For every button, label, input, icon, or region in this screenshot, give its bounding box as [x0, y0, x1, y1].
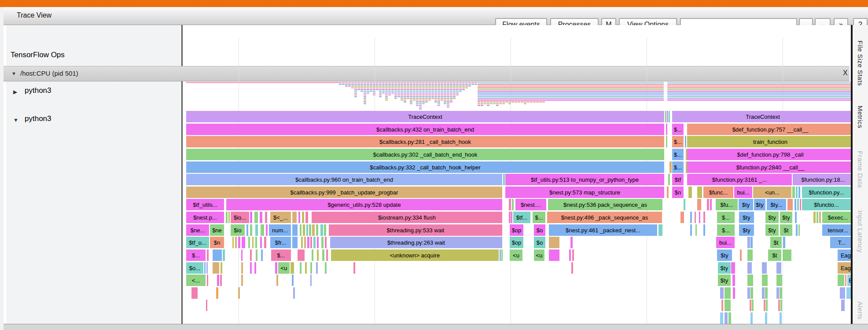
flame-sliver[interactable]: [750, 300, 751, 311]
flame-sliver[interactable]: [795, 212, 797, 223]
flame-sliver[interactable]: [725, 312, 728, 324]
flame-segment[interactable]: <...: [186, 275, 206, 286]
flame-sliver[interactable]: [220, 275, 222, 286]
flame-segment[interactable]: $ty: [765, 224, 779, 236]
flame-sliver[interactable]: [778, 300, 780, 311]
flame-segment[interactable]: $io: [231, 224, 245, 236]
flame-segment[interactable]: $function.py...: [802, 187, 851, 198]
flame-sliver[interactable]: [688, 187, 692, 198]
flame-sliver[interactable]: [819, 212, 821, 223]
flame-sliver[interactable]: [796, 187, 798, 198]
flame-sliver[interactable]: [776, 262, 781, 274]
flame-segment[interactable]: $t: [770, 237, 782, 248]
flame-segment[interactable]: $tf_utils.py:513 to_numpy_or_python_type: [505, 174, 664, 185]
flame-sliver[interactable]: [250, 212, 252, 223]
flame-sliver[interactable]: [731, 262, 735, 274]
flame-segment[interactable]: $o...: [186, 262, 203, 274]
flame-sliver[interactable]: [304, 237, 306, 248]
flame-sliver[interactable]: [776, 275, 782, 286]
flame-sliver[interactable]: [241, 262, 243, 274]
flame-sliver[interactable]: [238, 287, 240, 299]
flame-segment[interactable]: $ty: [739, 199, 753, 210]
flame-segment[interactable]: $op: [510, 224, 523, 236]
flame-segment[interactable]: <u: [510, 249, 522, 261]
flame-segment[interactable]: TraceContext: [186, 111, 664, 122]
flame-sliver[interactable]: [796, 224, 798, 236]
host-cpu-group-header[interactable]: ▼ /host:CPU (pid 501) X: [4, 66, 850, 81]
flame-segment[interactable]: $op: [510, 237, 523, 248]
flame-sliver[interactable]: [762, 262, 767, 274]
flame-segment[interactable]: $<_...: [270, 212, 291, 223]
sidebar-tab-alerts[interactable]: Alerts: [857, 301, 864, 319]
flame-segment[interactable]: $callbacks.py:999 _batch_update_progbar: [186, 187, 502, 198]
flame-segment[interactable]: <u: [534, 249, 544, 261]
flame-segment[interactable]: $io...: [231, 212, 249, 223]
flame-sliver[interactable]: [256, 249, 257, 261]
flame-sliver[interactable]: [720, 287, 724, 299]
flame-sliver[interactable]: [695, 212, 696, 223]
flame-sliver[interactable]: [250, 249, 252, 261]
flame-segment[interactable]: $function.py:18...: [793, 174, 851, 185]
flame-sliver[interactable]: [264, 237, 266, 248]
flame-sliver[interactable]: [241, 249, 243, 261]
flame-sliver[interactable]: [750, 237, 753, 248]
flame-sliver[interactable]: [298, 249, 305, 261]
flame-sliver[interactable]: [310, 275, 312, 286]
flame-segment[interactable]: $o: [534, 224, 545, 236]
flame-sliver[interactable]: [254, 262, 256, 274]
flame-sliver[interactable]: [301, 237, 303, 248]
flame-segment[interactable]: T...: [830, 237, 851, 248]
flame-segment[interactable]: $...: [672, 124, 684, 135]
flame-sliver[interactable]: [549, 249, 559, 261]
flame-sliver[interactable]: [252, 237, 254, 248]
flame-sliver[interactable]: [783, 237, 785, 248]
flame-sliver[interactable]: [221, 262, 222, 274]
flame-segment[interactable]: $function.py:3161 _...: [687, 174, 792, 185]
flame-segment[interactable]: $tf: [672, 174, 684, 185]
flame-sliver[interactable]: [783, 249, 791, 261]
flame-segment[interactable]: $nest.py:573 map_structure: [505, 187, 664, 198]
flame-sliver[interactable]: [549, 237, 559, 248]
flame-sliver[interactable]: [250, 224, 252, 236]
flame-segment[interactable]: $ne: [210, 224, 224, 236]
flame-sliver[interactable]: [276, 275, 278, 286]
flame-segment[interactable]: $ty: [739, 212, 754, 223]
flame-segment[interactable]: $ty: [765, 212, 779, 223]
flame-sliver[interactable]: [658, 224, 662, 236]
flame-sliver[interactable]: [570, 237, 573, 248]
chevron-right-icon[interactable]: ▶: [13, 89, 17, 95]
flame-sliver[interactable]: [302, 212, 304, 223]
chevron-down-icon[interactable]: ▼: [13, 117, 18, 123]
flame-segment[interactable]: $callbacks.py:960 on_train_batch_end: [186, 174, 502, 185]
flame-sliver[interactable]: [695, 224, 697, 236]
flame-segment[interactable]: $n: [672, 187, 684, 198]
flame-sliver[interactable]: [292, 237, 298, 248]
flame-segment[interactable]: $threading.py:263 wait: [330, 237, 502, 248]
flame-segment[interactable]: $tf_utils...: [186, 199, 224, 210]
flame-sliver[interactable]: [840, 287, 845, 299]
flame-sliver[interactable]: [242, 237, 245, 248]
flame-sliver[interactable]: [792, 187, 795, 198]
flame-sliver[interactable]: [309, 224, 311, 236]
flame-sliver[interactable]: [813, 212, 816, 223]
flame-sliver[interactable]: [312, 249, 313, 261]
flame-sliver[interactable]: [747, 287, 750, 299]
flame-segment[interactable]: E: [847, 275, 851, 286]
flame-sliver[interactable]: [324, 224, 326, 236]
flame-sliver[interactable]: [762, 287, 765, 299]
flame-segment[interactable]: $nest....: [515, 199, 546, 210]
flame-sliver[interactable]: [275, 262, 277, 274]
flame-sliver[interactable]: [725, 300, 731, 311]
flame-sliver[interactable]: [740, 249, 742, 261]
flame-sliver[interactable]: [255, 224, 258, 236]
flame-sliver[interactable]: [313, 237, 316, 248]
flame-segment[interactable]: $callbacks.py:432 on_train_batch_end: [186, 124, 664, 135]
flame-segment[interactable]: $ne...: [186, 224, 209, 236]
flame-sliver[interactable]: [668, 174, 670, 185]
flame-sliver[interactable]: [690, 212, 692, 223]
flame-sliver[interactable]: [246, 224, 248, 236]
flame-sliver[interactable]: [733, 287, 735, 299]
flame-sliver[interactable]: [511, 212, 512, 223]
flame-segment[interactable]: $o: [534, 237, 545, 248]
flame-sliver[interactable]: [697, 187, 702, 198]
